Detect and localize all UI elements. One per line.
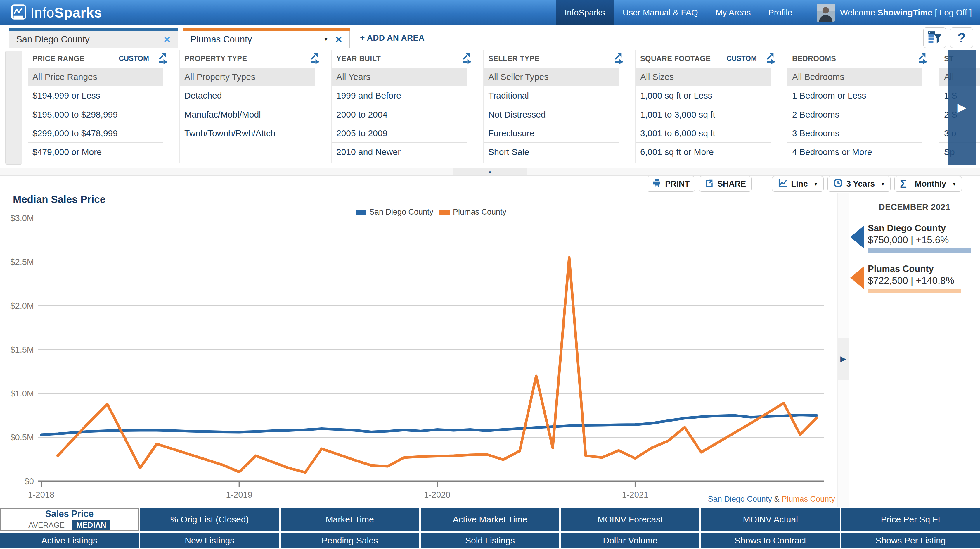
- filter-title: YEAR BUILT: [336, 54, 381, 63]
- time-range-dropdown[interactable]: 3 Years ▼: [827, 176, 891, 192]
- filter-option[interactable]: All Price Ranges: [28, 67, 163, 86]
- filter-option[interactable]: 2010 and Newer: [332, 142, 467, 161]
- filter-option[interactable]: 2005 to 2009: [332, 124, 467, 142]
- metric-active-listings[interactable]: Active Listings: [0, 533, 139, 548]
- filter-collapse-button[interactable]: ▲: [453, 168, 527, 176]
- y-tick-label: $2.5M: [10, 257, 34, 267]
- apply-to-all-icon[interactable]: [761, 49, 779, 67]
- filter-scroll-left[interactable]: [5, 51, 22, 164]
- filter-option[interactable]: 1999 and Before: [332, 86, 467, 105]
- filter-list: All Sizes1,000 sq ft or Less1,001 to 3,0…: [635, 67, 787, 161]
- add-area-button[interactable]: + ADD AN AREA: [360, 28, 425, 48]
- stats-entry-san-diego-county: San Diego County$750,000 | +15.6%: [850, 223, 980, 252]
- stats-arrow-icon: [850, 266, 864, 289]
- filter-option[interactable]: 3 Bedrooms: [788, 124, 923, 142]
- metric-active-market-time[interactable]: Active Market Time: [421, 508, 560, 531]
- tab-body: Plumas County▼✕: [183, 31, 350, 48]
- user-avatar[interactable]: [817, 3, 835, 22]
- filter-scroll-right[interactable]: ▶: [948, 50, 975, 164]
- custom-badge: CUSTOM: [726, 54, 757, 62]
- help-button[interactable]: ?: [950, 27, 973, 48]
- metric-moinv-forecast[interactable]: MOINV Forecast: [561, 508, 700, 531]
- filter-option[interactable]: Detached: [180, 86, 315, 105]
- print-button[interactable]: PRINT: [647, 176, 695, 192]
- filter-column-seller-type: SELLER TYPEAll Seller TypesTraditionalNo…: [484, 50, 635, 163]
- aggregation-dropdown[interactable]: Σ Monthly ▼: [894, 176, 962, 192]
- stats-panel: DECEMBER 2021 San Diego County$750,000 |…: [849, 193, 980, 507]
- logo-text: InfoSparks: [30, 5, 102, 21]
- filter-option[interactable]: 4 Bedrooms or More: [788, 142, 923, 161]
- nav-item-user-manual-faq[interactable]: User Manual & FAQ: [614, 0, 707, 25]
- filter-option[interactable]: Not Distressed: [484, 105, 619, 124]
- metric-sold-listings[interactable]: Sold Listings: [421, 533, 560, 548]
- clear-filters-button[interactable]: [923, 27, 946, 48]
- median-sales-price-chart: $0$0.5M$1.0M$1.5M$2.0M$2.5M$3.0M1-20181-…: [0, 193, 837, 507]
- filter-option[interactable]: Short Sale: [484, 142, 619, 161]
- filter-option[interactable]: $299,000 to $478,999: [28, 124, 163, 142]
- tab-close-icon[interactable]: ✕: [335, 34, 342, 45]
- apply-to-all-icon[interactable]: [913, 49, 931, 67]
- filter-header: BEDROOMS: [788, 50, 939, 67]
- tab-close-icon[interactable]: ✕: [163, 34, 171, 45]
- nav-item-profile[interactable]: Profile: [760, 0, 801, 25]
- legend-item-plumas-county: Plumas County: [439, 207, 506, 217]
- filter-option[interactable]: All Bedrooms: [788, 67, 923, 86]
- stats-panel-expander[interactable]: ▶: [838, 338, 849, 380]
- area-tabs: San Diego County✕Plumas County▼✕: [9, 28, 350, 48]
- metric-shows-per-listing[interactable]: Shows Per Listing: [841, 533, 980, 548]
- filter-option[interactable]: Foreclosure: [484, 124, 619, 142]
- metric-pending-sales[interactable]: Pending Sales: [280, 533, 419, 548]
- filter-option[interactable]: All Years: [332, 67, 467, 86]
- apply-to-all-icon[interactable]: [609, 49, 627, 67]
- metric-new-listings[interactable]: New Listings: [140, 533, 279, 548]
- nav-item-infosparks[interactable]: InfoSparks: [556, 0, 614, 25]
- apply-to-all-icon[interactable]: [305, 49, 323, 67]
- filter-option[interactable]: 3,001 to 6,000 sq ft: [635, 124, 770, 142]
- area-tab-san-diego-county[interactable]: San Diego County✕: [9, 28, 178, 48]
- metric-dollar-volume[interactable]: Dollar Volume: [561, 533, 700, 548]
- apply-to-all-icon[interactable]: [153, 49, 171, 67]
- filter-option[interactable]: 2 Bedrooms: [788, 105, 923, 124]
- user-box: Welcome ShowingTime [ Log Off ]: [809, 0, 972, 25]
- filter-option[interactable]: Manufac/Mobl/Modl: [180, 105, 315, 124]
- filter-option[interactable]: All Property Types: [180, 67, 315, 86]
- filter-option[interactable]: 2000 to 2004: [332, 105, 467, 124]
- metric-orig-list-closed[interactable]: % Orig List (Closed): [140, 508, 279, 531]
- stats-entries: San Diego County$750,000 | +15.6%Plumas …: [849, 223, 980, 293]
- filter-option[interactable]: 6,001 sq ft or More: [635, 142, 770, 161]
- filter-option[interactable]: 1,000 sq ft or Less: [635, 86, 770, 105]
- collapse-up-icon: ▲: [488, 169, 493, 174]
- metric-shows-to-contract[interactable]: Shows to Contract: [701, 533, 840, 548]
- infosparks-logo[interactable]: InfoSparks: [11, 4, 102, 21]
- chart-type-dropdown[interactable]: Line ▼: [772, 176, 823, 192]
- nav-item-my-areas[interactable]: My Areas: [707, 0, 760, 25]
- logoff-link[interactable]: [ Log Off ]: [935, 8, 972, 17]
- toggle-median[interactable]: MEDIAN: [72, 520, 110, 530]
- filter-option[interactable]: 1,001 to 3,000 sq ft: [635, 105, 770, 124]
- filter-title: SQUARE FOOTAGE: [640, 54, 711, 63]
- filter-option[interactable]: $194,999 or Less: [28, 86, 163, 105]
- filter-option[interactable]: 1 Bedroom or Less: [788, 86, 923, 105]
- metric-sales-price[interactable]: Sales PriceAVERAGEMEDIAN: [0, 508, 139, 531]
- stats-area-value: $750,000 | +15.6%: [868, 235, 980, 246]
- toggle-average[interactable]: AVERAGE: [28, 521, 65, 530]
- y-tick-label: $1.0M: [10, 389, 34, 398]
- tab-dropdown-icon[interactable]: ▼: [323, 37, 328, 42]
- metric-toggle: AVERAGEMEDIAN: [28, 520, 110, 530]
- filter-option[interactable]: $195,000 to $298,999: [28, 105, 163, 124]
- filter-option[interactable]: $479,000 or More: [28, 142, 163, 161]
- stats-area-name: San Diego County: [868, 223, 980, 234]
- filter-option[interactable]: Traditional: [484, 86, 619, 105]
- metric-market-time[interactable]: Market Time: [280, 508, 419, 531]
- filter-option[interactable]: Twnh/Townh/Rwh/Attch: [180, 124, 315, 142]
- apply-to-all-icon[interactable]: [457, 49, 475, 67]
- metric-price-per-sq-ft[interactable]: Price Per Sq Ft: [841, 508, 980, 531]
- area-tab-plumas-county[interactable]: Plumas County▼✕: [183, 28, 350, 48]
- filter-option[interactable]: All Sizes: [635, 67, 770, 86]
- filter-header: SQUARE FOOTAGECUSTOM: [635, 50, 787, 67]
- metric-moinv-actual[interactable]: MOINV Actual: [701, 508, 840, 531]
- filter-option[interactable]: All Seller Types: [484, 67, 619, 86]
- legend-label: San Diego County: [369, 207, 433, 217]
- filter-list: All Bedrooms1 Bedroom or Less2 Bedrooms3…: [788, 67, 939, 161]
- share-button[interactable]: SHARE: [699, 176, 751, 192]
